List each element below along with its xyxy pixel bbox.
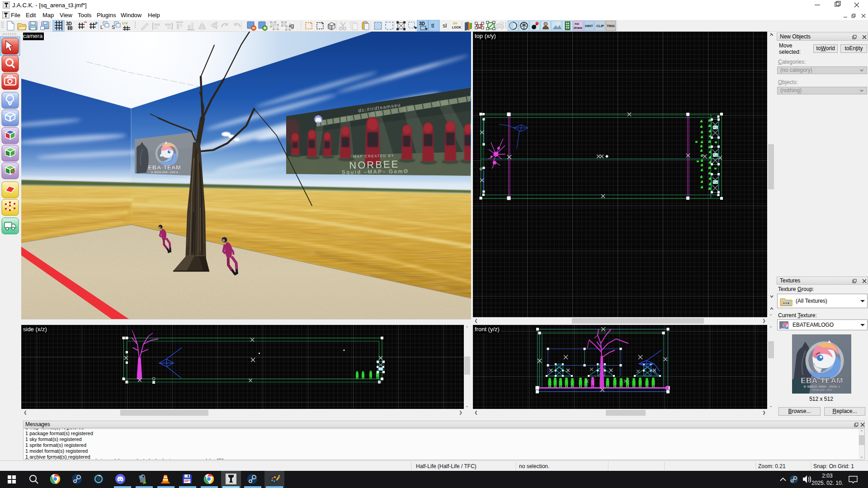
svg-text:no: no: [575, 22, 579, 26]
svg-text:Squid –MAP– Gamʘ: Squid –MAP– Gamʘ: [342, 168, 409, 176]
svg-text:SINCE 2006 - 2025: SINCE 2006 - 2025: [812, 389, 832, 391]
svg-text:LOCK: LOCK: [452, 26, 461, 29]
svg-text:EBA: EBA: [781, 328, 786, 329]
svg-text:draw: draw: [574, 26, 582, 30]
svg-text:L: L: [100, 24, 103, 30]
svg-text:EBA-TEAM: EBA-TEAM: [148, 164, 181, 171]
svg-text:V: V: [125, 21, 128, 25]
svg-text:TRIG: TRIG: [607, 24, 615, 28]
svg-text:tl: tl: [431, 22, 434, 29]
svg-text:3D: 3D: [66, 21, 72, 26]
svg-text:CLIP: CLIP: [596, 24, 604, 28]
svg-text:EBA-TEAM: EBA-TEAM: [801, 376, 843, 385]
svg-text:★ SINCE 2006 - 2025 ★: ★ SINCE 2006 - 2025 ★: [803, 385, 841, 389]
svg-text:UV: UV: [453, 22, 458, 25]
svg-text:3D: 3D: [419, 21, 425, 26]
svg-text:sl: sl: [443, 22, 447, 29]
svg-text:ig: ig: [289, 22, 294, 29]
svg-text:HINT: HINT: [585, 24, 593, 28]
svg-text:U: U: [122, 21, 125, 25]
svg-text:★ SINCE 2006 - 2025 ★: ★ SINCE 2006 - 2025 ★: [151, 171, 179, 174]
